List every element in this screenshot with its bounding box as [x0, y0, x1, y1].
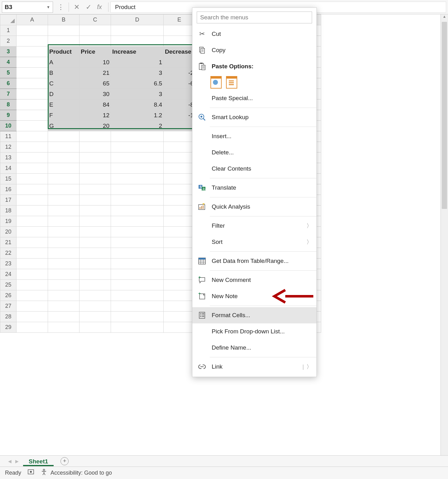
cell[interactable] — [111, 322, 164, 333]
cell[interactable] — [48, 184, 79, 195]
menu-new-comment[interactable]: + New Comment — [192, 272, 316, 288]
row-header[interactable]: 13 — [0, 152, 17, 163]
row-header[interactable]: 3 — [0, 46, 17, 57]
row-header[interactable]: 11 — [0, 131, 17, 142]
cell[interactable]: B — [48, 68, 79, 78]
cell[interactable] — [79, 280, 111, 290]
cell[interactable] — [111, 248, 164, 259]
cell[interactable] — [17, 57, 48, 68]
row-header[interactable]: 5 — [0, 68, 17, 78]
cell[interactable]: 1.2 — [111, 110, 164, 121]
row-header[interactable]: 2 — [0, 36, 17, 46]
row-header[interactable]: 24 — [0, 269, 17, 280]
column-header[interactable]: D — [111, 15, 164, 25]
scroll-up-icon[interactable]: ▲ — [441, 14, 448, 21]
select-all-corner[interactable] — [0, 15, 17, 25]
paste-values-icon[interactable] — [226, 76, 237, 89]
cell[interactable] — [164, 174, 195, 184]
row-header[interactable]: 21 — [0, 237, 17, 248]
cell[interactable] — [17, 269, 48, 280]
cell[interactable] — [48, 163, 79, 174]
menu-clear-contents[interactable]: Clear Contents — [192, 161, 316, 177]
row-header[interactable]: 29 — [0, 322, 17, 333]
cell[interactable] — [17, 259, 48, 269]
cell[interactable] — [48, 131, 79, 142]
cell[interactable] — [164, 36, 195, 46]
cell[interactable] — [79, 25, 111, 36]
cell[interactable] — [17, 25, 48, 36]
menu-quick-analysis[interactable]: Quick Analysis — [192, 199, 316, 215]
cell[interactable] — [164, 301, 195, 312]
cell[interactable] — [111, 269, 164, 280]
cell[interactable]: 10 — [79, 57, 111, 68]
cell[interactable] — [111, 259, 164, 269]
cell[interactable] — [111, 36, 164, 46]
cell[interactable] — [17, 131, 48, 142]
menu-insert[interactable]: Insert... — [192, 128, 316, 144]
cell[interactable] — [17, 78, 48, 89]
cell[interactable] — [111, 280, 164, 290]
sheet-tab-active[interactable]: Sheet1 — [23, 456, 54, 466]
tab-nav-prev-icon[interactable]: ◀ — [8, 459, 12, 464]
menu-smart-lookup[interactable]: Smart Lookup — [192, 109, 316, 125]
cell[interactable]: 30 — [79, 89, 111, 99]
cell[interactable] — [48, 227, 79, 237]
cell[interactable] — [111, 142, 164, 152]
menu-get-data[interactable]: Get Data from Table/Range... — [192, 253, 316, 269]
cell[interactable] — [17, 301, 48, 312]
cell[interactable] — [111, 163, 164, 174]
cell[interactable] — [48, 152, 79, 163]
cell[interactable] — [48, 216, 79, 227]
row-header[interactable]: 15 — [0, 174, 17, 184]
cell[interactable]: 12 — [79, 110, 111, 121]
cell[interactable]: Decrease — [164, 46, 195, 57]
cell[interactable] — [164, 195, 195, 206]
name-box[interactable]: B3 ▼ — [2, 2, 53, 13]
cell[interactable] — [164, 206, 195, 216]
column-header[interactable]: A — [17, 15, 48, 25]
cell[interactable] — [48, 195, 79, 206]
row-header[interactable]: 27 — [0, 301, 17, 312]
cell[interactable] — [48, 312, 79, 322]
cell[interactable] — [48, 248, 79, 259]
cell[interactable] — [48, 237, 79, 248]
cell[interactable] — [48, 174, 79, 184]
row-header[interactable]: 23 — [0, 259, 17, 269]
cell[interactable] — [164, 152, 195, 163]
cell[interactable] — [48, 142, 79, 152]
cell[interactable] — [48, 269, 79, 280]
cell[interactable] — [17, 216, 48, 227]
cell[interactable]: A — [48, 57, 79, 68]
cell[interactable] — [79, 131, 111, 142]
cell[interactable] — [17, 142, 48, 152]
cell[interactable]: E — [48, 99, 79, 110]
menu-format-cells[interactable]: Format Cells... — [192, 307, 316, 323]
row-header[interactable]: 6 — [0, 78, 17, 89]
cell[interactable] — [164, 216, 195, 227]
accessibility-icon[interactable] — [41, 469, 47, 477]
cell[interactable] — [48, 25, 79, 36]
cell[interactable] — [17, 227, 48, 237]
cell[interactable] — [164, 142, 195, 152]
cell[interactable] — [79, 322, 111, 333]
row-header[interactable]: 17 — [0, 195, 17, 206]
scrollbar-thumb[interactable] — [442, 22, 447, 209]
cell[interactable] — [79, 174, 111, 184]
column-header[interactable]: E — [164, 15, 195, 25]
fx-icon[interactable]: fx — [94, 2, 106, 13]
cell[interactable] — [111, 216, 164, 227]
row-header[interactable]: 20 — [0, 227, 17, 237]
row-header[interactable]: 10 — [0, 121, 17, 131]
cell[interactable] — [17, 206, 48, 216]
cell[interactable] — [79, 259, 111, 269]
menu-sort[interactable]: Sort 〉 — [192, 234, 316, 250]
menu-delete[interactable]: Delete... — [192, 144, 316, 161]
cell[interactable] — [79, 269, 111, 280]
cell[interactable] — [79, 248, 111, 259]
cell[interactable] — [17, 36, 48, 46]
cell[interactable] — [111, 227, 164, 237]
cell[interactable] — [17, 184, 48, 195]
row-header[interactable]: 4 — [0, 57, 17, 68]
menu-search-input[interactable] — [197, 12, 312, 23]
cell[interactable] — [111, 184, 164, 195]
